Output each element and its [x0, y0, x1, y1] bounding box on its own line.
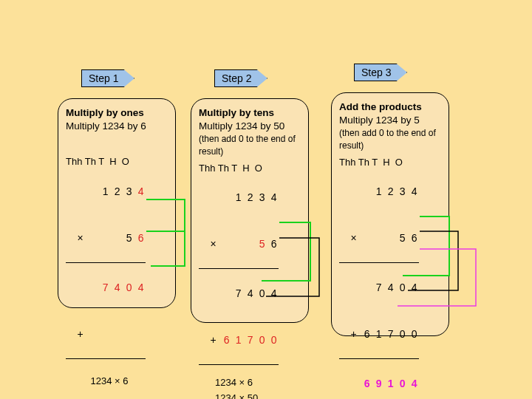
card1-below: 1234 × 6 [66, 374, 168, 389]
card3-note: (then add 0 to the end of result) [339, 127, 441, 151]
card1-row-mult: ×56 [66, 215, 168, 262]
card3-row-top: 1234 [339, 168, 441, 215]
step-tag-1: Step 1 [81, 69, 134, 87]
card-step-3: Add the products Multiply 1234 by 5 (the… [331, 92, 449, 336]
card1-headers: Thh Th T H O [66, 155, 168, 168]
card3-row-mult: ×56 [339, 215, 441, 262]
step-tag-3-label: Step 3 [361, 66, 391, 78]
card3-row-p2: +61700 [339, 311, 441, 358]
card1-row-top: 1234 [66, 168, 168, 215]
card2-row-mult: ×56 [199, 221, 301, 267]
card3-title: Add the products [339, 100, 441, 114]
step-tag-2-label: Step 2 [222, 72, 251, 84]
card3-row-sum: 69104 [339, 361, 441, 399]
card2-title: Multiply by tens [199, 106, 301, 120]
card2-headers: Thh Th T H O [199, 162, 301, 175]
card2-row-top: 1234 [199, 174, 301, 221]
card1-title: Multiply by ones [66, 106, 168, 120]
step-tag-2: Step 2 [214, 69, 267, 87]
card2-row-p1: 7404 [199, 270, 301, 317]
card3-row-p1: 7404 [339, 265, 441, 311]
card2-note: (then add 0 to the end of result) [199, 133, 301, 157]
card1-subtitle: Multiply 1234 by 6 [66, 120, 168, 133]
card2-subtitle: Multiply 1234 by 50 [199, 120, 301, 133]
card3-subtitle: Multiply 1234 by 5 [339, 114, 441, 127]
card1-below-1: 1234 × 6 [66, 374, 153, 389]
card1-row-p2: + [66, 311, 168, 358]
card3-headers: Thh Th T H O [339, 156, 441, 169]
card-step-2: Multiply by tens Multiply 1234 by 50 (th… [191, 98, 309, 323]
card-step-1: Multiply by ones Multiply 1234 by 6 Thh … [58, 98, 176, 308]
card2-below-1: 1234 × 6 [215, 375, 301, 391]
step-tag-1-label: Step 1 [89, 72, 118, 84]
card2-below: 1234 × 6 1234 × 50 [199, 375, 301, 399]
step-tag-3: Step 3 [354, 64, 407, 81]
card2-below-2: 1234 × 50 [215, 391, 301, 399]
card1-row-p1: 7404 [66, 265, 168, 311]
card2-row-p2: +61700 [199, 317, 301, 364]
